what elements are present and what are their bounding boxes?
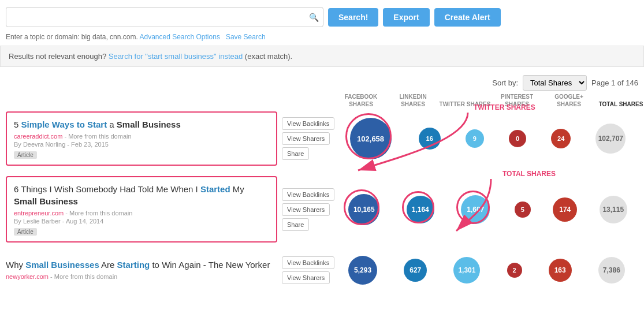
title-bold: Small Business bbox=[117, 120, 181, 129]
article-box-2: 6 Things I Wish Somebody Had Told Me Whe… bbox=[6, 176, 277, 243]
pinterest-circle-3: 2 bbox=[507, 263, 522, 278]
search-input-wrap: start small business 🔍 bbox=[6, 7, 323, 27]
more-from-domain-2: - More from this domain bbox=[65, 210, 132, 217]
article-title-1: 5 Simple Ways to Start a Small Business bbox=[14, 118, 269, 130]
data-col-2: 10,165 1,164 1,607 5 174 13,115 bbox=[335, 192, 638, 227]
article-meta-1: careeraddict.com - More from this domain bbox=[14, 133, 269, 140]
title-highlight: Simple Ways to Start bbox=[21, 120, 107, 129]
view-backlinks-btn-3[interactable]: View Backlinks bbox=[282, 256, 334, 269]
article-byline-1: By Deevra Norling - Feb 23, 2015 bbox=[14, 141, 269, 148]
linkedin-value-2: 1,164 bbox=[407, 196, 434, 223]
twitter-circle-2: 1,607 bbox=[459, 193, 492, 226]
view-backlinks-btn-2[interactable]: View Backlinks bbox=[282, 188, 334, 201]
actions-col-1: View Backlinks View Sharers Share bbox=[277, 117, 335, 160]
title-bold-2: Small Business bbox=[14, 196, 78, 206]
article-box-3: Why Small Businesses Are Starting to Win… bbox=[6, 253, 277, 287]
sort-label: Sort by: bbox=[492, 79, 518, 87]
hints-row: Enter a topic or domain: big data, cnn.c… bbox=[0, 32, 644, 46]
domain-link-2[interactable]: entrepreneur.com bbox=[14, 210, 64, 217]
pinterest-header: PINTEREST SHARES bbox=[491, 93, 543, 108]
total-header: TOTAL SHARES bbox=[595, 100, 644, 108]
title-highlight-3a: Small Businesses bbox=[25, 260, 99, 270]
author-1: By Deevra Norling bbox=[14, 141, 65, 148]
article-col-2: 6 Things I Wish Somebody Had Told Me Whe… bbox=[6, 176, 277, 243]
hint-text: Enter a topic or domain: big data, cnn.c… bbox=[6, 33, 138, 41]
linkedin-header: LINKEDIN SHARES bbox=[387, 93, 439, 108]
search-bar-row: start small business 🔍 Search! Export Cr… bbox=[0, 0, 644, 32]
facebook-circle-2: 10,165 bbox=[346, 192, 382, 227]
view-sharers-btn-2[interactable]: View Sharers bbox=[282, 203, 330, 216]
article-box-1: 5 Simple Ways to Start a Small Business … bbox=[6, 111, 277, 166]
total-circle-3: 7,386 bbox=[598, 257, 625, 283]
linkedin-circle-1: 16 bbox=[419, 128, 441, 150]
data-col-3: 5,293 627 1,301 2 163 7,386 bbox=[335, 256, 638, 285]
exact-match-link[interactable]: Search for "start small business" instea… bbox=[109, 52, 243, 61]
article-byline-2: By Leslie Barber - Aug 14, 2014 bbox=[14, 218, 269, 225]
total-circle-1: 102,707 bbox=[595, 124, 626, 154]
twitter-circle-3: 1,301 bbox=[453, 257, 480, 283]
view-backlinks-btn-1[interactable]: View Backlinks bbox=[282, 117, 334, 130]
view-sharers-btn-1[interactable]: View Sharers bbox=[282, 132, 330, 145]
google-circle-1: 24 bbox=[551, 129, 571, 148]
facebook-circle-1: 102,658 bbox=[348, 115, 394, 162]
save-search-link[interactable]: Save Search bbox=[226, 33, 266, 41]
facebook-value-1: 102,658 bbox=[350, 118, 392, 159]
title-highlight-2: Started bbox=[200, 184, 230, 194]
column-headers: FACEBOOK SHARES LINKEDIN SHARES TWITTER … bbox=[0, 93, 644, 111]
actions-col-3: View Backlinks View Sharers bbox=[277, 256, 335, 284]
create-alert-button[interactable]: Create Alert bbox=[434, 8, 501, 27]
article-title-3: Why Small Businesses Are Starting to Win… bbox=[6, 259, 277, 271]
search-button[interactable]: Search! bbox=[328, 8, 378, 27]
twitter-header: TWITTER SHARES bbox=[439, 100, 491, 108]
page-indicator: Page 1 of 146 bbox=[591, 79, 638, 87]
article-meta-3: newyorker.com - More from this domain bbox=[6, 273, 277, 280]
total-circle-2: 13,115 bbox=[600, 196, 627, 223]
advanced-search-link[interactable]: Advanced Search Options bbox=[139, 33, 219, 41]
notice-bar: Results not relevant enough? Search for … bbox=[0, 46, 644, 67]
article-col-1: 5 Simple Ways to Start a Small Business … bbox=[6, 111, 277, 166]
share-btn-1[interactable]: Share bbox=[282, 147, 309, 160]
pinterest-circle-1: 0 bbox=[509, 130, 526, 147]
sort-select[interactable]: Total Shares bbox=[523, 75, 587, 91]
title-highlight-3b: Starting bbox=[117, 260, 150, 270]
table-row: 5 Simple Ways to Start a Small Business … bbox=[6, 111, 638, 166]
data-col-headers: FACEBOOK SHARES LINKEDIN SHARES TWITTER … bbox=[335, 93, 644, 108]
actions-col-2: View Backlinks View Sharers Share bbox=[277, 188, 335, 231]
pinterest-circle-2: 5 bbox=[515, 202, 531, 218]
google-circle-2: 174 bbox=[553, 197, 577, 222]
article-tag-2: Article bbox=[14, 228, 37, 236]
article-col-3: Why Small Businesses Are Starting to Win… bbox=[6, 253, 277, 287]
search-icon-button[interactable]: 🔍 bbox=[309, 13, 319, 22]
linkedin-circle-3: 627 bbox=[404, 259, 427, 282]
article-tag-1: Article bbox=[14, 151, 37, 159]
google-header: GOOGLE+ SHARES bbox=[543, 93, 595, 108]
more-from-domain-3: - More from this domain bbox=[50, 273, 117, 280]
data-col-1: 102,658 16 9 0 24 102,707 bbox=[335, 115, 638, 162]
table-row: Why Small Businesses Are Starting to Win… bbox=[6, 253, 638, 287]
sort-row: Sort by: Total Shares Page 1 of 146 bbox=[0, 73, 644, 93]
twitter-circle-1: 9 bbox=[466, 129, 484, 148]
date-2: Aug 14, 2014 bbox=[66, 218, 103, 225]
article-title-2: 6 Things I Wish Somebody Had Told Me Whe… bbox=[14, 183, 269, 207]
domain-link-1[interactable]: careeraddict.com bbox=[14, 133, 62, 140]
author-2: By Leslie Barber bbox=[14, 218, 61, 225]
domain-link-3[interactable]: newyorker.com bbox=[6, 273, 49, 280]
facebook-value-2: 10,165 bbox=[348, 194, 379, 225]
facebook-circle-3: 5,293 bbox=[348, 256, 377, 285]
search-input[interactable]: start small business bbox=[6, 7, 323, 27]
date-1: Feb 23, 2015 bbox=[71, 141, 109, 148]
table-row: 6 Things I Wish Somebody Had Told Me Whe… bbox=[6, 176, 638, 243]
results-area: 5 Simple Ways to Start a Small Business … bbox=[0, 111, 644, 287]
export-button[interactable]: Export bbox=[383, 8, 429, 27]
facebook-header: FACEBOOK SHARES bbox=[335, 93, 387, 108]
google-circle-3: 163 bbox=[549, 259, 572, 282]
share-btn-2[interactable]: Share bbox=[282, 218, 309, 231]
article-meta-2: entrepreneur.com - More from this domain bbox=[14, 210, 269, 217]
linkedin-circle-2: 1,164 bbox=[404, 193, 437, 226]
more-from-domain-1: - More from this domain bbox=[64, 133, 131, 140]
twitter-value-2: 1,607 bbox=[461, 195, 490, 224]
view-sharers-btn-3[interactable]: View Sharers bbox=[282, 271, 330, 284]
